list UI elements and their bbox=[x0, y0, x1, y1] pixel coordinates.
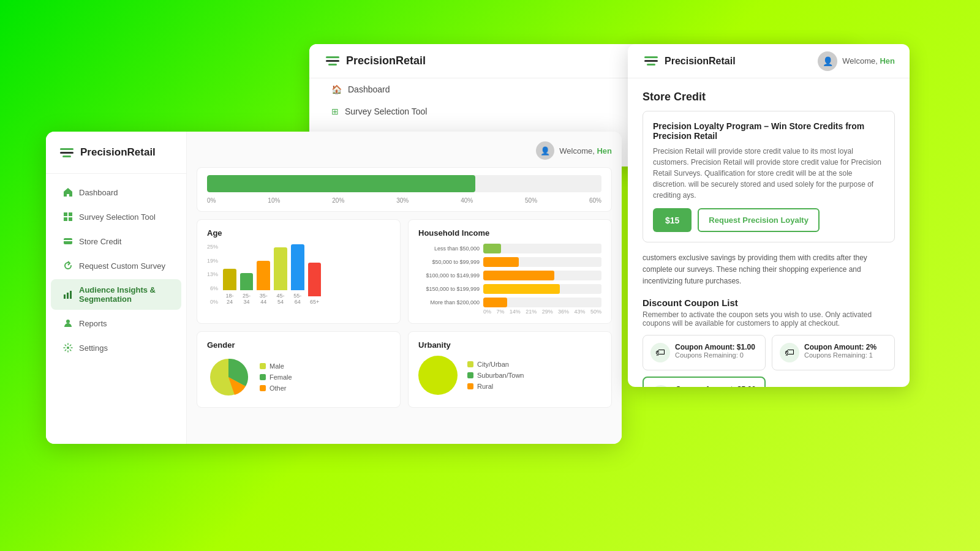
age-axis-0: 0% bbox=[210, 299, 218, 305]
loyalty-buttons: $15 Request Precision Loyalty bbox=[653, 208, 884, 232]
age-axis-labels: 25% 19% 13% 6% 0% bbox=[207, 244, 218, 305]
age-bar-65plus-label: 65+ bbox=[310, 299, 319, 305]
main-welcome-text: Welcome, Hen bbox=[559, 146, 612, 156]
credit-amount-button[interactable]: $15 bbox=[653, 208, 692, 232]
city-label: City/Urban bbox=[477, 361, 509, 368]
urbanity-chart-title: Urbanity bbox=[418, 340, 601, 350]
income-axis: 0% 7% 14% 21% 29% 36% 43% 50% bbox=[483, 309, 601, 315]
svg-rect-0 bbox=[64, 212, 67, 216]
age-bar-chart-wrapper: 25% 19% 13% 6% 0% 18-24 bbox=[207, 244, 390, 305]
rural-label: Rural bbox=[477, 383, 493, 390]
rp-logo-bar-2 bbox=[644, 60, 658, 62]
rp-logo-bar-3 bbox=[647, 64, 655, 66]
svg-rect-8 bbox=[70, 291, 72, 299]
income-axis-21: 21% bbox=[526, 309, 537, 315]
discount-coupon-sub: Remember to activate the coupon sets you… bbox=[643, 310, 895, 328]
user-icon bbox=[63, 318, 73, 328]
charts-area: 0% 10% 20% 30% 40% 50% 60% Age bbox=[197, 167, 612, 408]
logo-icon bbox=[324, 53, 341, 70]
welcome-bar-inner: 👤 Welcome, Hen bbox=[536, 141, 612, 160]
loyalty-card-title: Precision Loyalty Program – Win Store Cr… bbox=[653, 121, 884, 141]
welcome-bar: 👤 Welcome, Hen bbox=[197, 141, 612, 160]
request-loyalty-button[interactable]: Request Precision Loyalty bbox=[698, 208, 820, 232]
age-bar-25-34-fill bbox=[240, 273, 254, 290]
loyalty-description: customers exclusive savings by providing… bbox=[643, 252, 895, 288]
chart-row-2: Gender Male bbox=[197, 331, 612, 408]
gender-pie-svg bbox=[207, 356, 250, 399]
sidebar-item-settings[interactable]: Settings bbox=[51, 337, 181, 359]
gender-legend-male: Male bbox=[260, 362, 292, 370]
svg-rect-1 bbox=[69, 212, 72, 216]
age-chart-title: Age bbox=[207, 228, 390, 238]
hbar-label-30: 30% bbox=[396, 197, 409, 204]
grid-icon bbox=[63, 212, 73, 222]
age-bar-chart: 18-24 25-34 35-44 bbox=[221, 244, 323, 305]
main-window: PrecisionRetail Dashboard Survey Selecti… bbox=[46, 132, 622, 444]
income-track-5 bbox=[483, 298, 601, 307]
other-label: Other bbox=[270, 384, 287, 392]
coupon-card-2: 🏷 Coupon Amount: 2% Coupons Remaining: 1 bbox=[772, 335, 895, 370]
hbar-label-40: 40% bbox=[461, 197, 473, 204]
sidebar-item-audience[interactable]: Audience Insights & Segmentation bbox=[51, 279, 181, 310]
sidebar-item-dashboard[interactable]: Dashboard bbox=[51, 181, 181, 203]
logo-bar-3 bbox=[328, 64, 337, 66]
gender-chart-title: Gender bbox=[207, 340, 390, 350]
sidebar-item-store-credit[interactable]: Store Credit bbox=[51, 230, 181, 252]
coupon-grid: 🏷 Coupon Amount: $1.00 Coupons Remaining… bbox=[643, 335, 895, 387]
coupon-info-2: Coupon Amount: 2% Coupons Remaining: 1 bbox=[804, 343, 876, 359]
back-window-brand: PrecisionRetail bbox=[346, 54, 426, 67]
main-welcome-name: Hen bbox=[597, 146, 612, 156]
city-dot bbox=[467, 361, 473, 367]
hbar-labels: 0% 10% 20% 30% 40% 50% 60% bbox=[207, 197, 601, 204]
right-panel-logo: PrecisionRetail bbox=[643, 53, 736, 70]
age-bar-35-44: 35-44 bbox=[257, 261, 270, 305]
sidebar-logo-icon bbox=[58, 144, 75, 161]
coupon-card-3: 🏷 Coupon Amount: $5.00 Coupons Remaining… bbox=[643, 377, 766, 387]
sidebar-logo-bar-3 bbox=[62, 156, 71, 157]
right-panel-welcome-text: Welcome, Hen bbox=[842, 56, 895, 66]
hbar-label-10: 10% bbox=[268, 197, 280, 204]
income-row-4: $150,000 to $199,999 bbox=[418, 284, 601, 294]
age-bar-45-54-fill bbox=[274, 247, 287, 290]
coupon-icon-2: 🏷 bbox=[780, 343, 799, 362]
sidebar-item-reports[interactable]: Reports bbox=[51, 312, 181, 334]
gear-icon bbox=[63, 343, 73, 353]
income-axis-7: 7% bbox=[496, 309, 504, 315]
coupon-remaining-1: Coupons Remaining: 0 bbox=[675, 351, 755, 359]
gender-chart-card: Gender Male bbox=[197, 331, 401, 408]
urbanity-chart-card: Urbanity City/Urban Suburban/Town bbox=[408, 331, 612, 408]
hbar-label-50: 50% bbox=[525, 197, 537, 204]
right-panel-body: Store Credit Precision Loyalty Program –… bbox=[628, 78, 910, 387]
age-chart-card: Age 25% 19% 13% 6% 0% 18-24 bbox=[197, 219, 401, 324]
coupon-info-1: Coupon Amount: $1.00 Coupons Remaining: … bbox=[675, 343, 755, 359]
coupon-card-1: 🏷 Coupon Amount: $1.00 Coupons Remaining… bbox=[643, 335, 766, 370]
income-track-1 bbox=[483, 244, 601, 253]
main-content: 👤 Welcome, Hen 0% 10% 20% 30% 40% bbox=[187, 132, 622, 444]
income-fill-1 bbox=[483, 244, 501, 253]
urbanity-legend-suburban: Suburban/Town bbox=[467, 372, 524, 379]
right-panel-avatar: 👤 bbox=[818, 51, 837, 71]
loyalty-card-text: Precision Retail will provide store cred… bbox=[653, 146, 884, 201]
age-bar-65plus: 65+ bbox=[308, 263, 322, 305]
top-bar-chart-card: 0% 10% 20% 30% 40% 50% 60% bbox=[197, 167, 612, 212]
urbanity-wrapper: City/Urban Suburban/Town Rural bbox=[418, 356, 601, 395]
sidebar-item-custom-survey[interactable]: Request Custom Survey bbox=[51, 255, 181, 277]
age-axis-25: 25% bbox=[207, 244, 218, 250]
logo-bar-1 bbox=[326, 56, 339, 58]
income-fill-3 bbox=[483, 271, 554, 280]
gender-pie-wrapper: Male Female Other bbox=[207, 356, 390, 399]
sidebar-label-reports: Reports bbox=[79, 319, 107, 328]
income-axis-29: 29% bbox=[542, 309, 553, 315]
svg-rect-6 bbox=[64, 294, 66, 299]
svg-rect-2 bbox=[64, 217, 67, 221]
age-bar-35-44-label: 35-44 bbox=[257, 293, 270, 305]
male-dot bbox=[260, 363, 266, 369]
hbar-label-20: 20% bbox=[332, 197, 344, 204]
right-panel: PrecisionRetail 👤 Welcome, Hen Store Cre… bbox=[628, 44, 910, 387]
sidebar-label-custom-survey: Request Custom Survey bbox=[79, 261, 165, 271]
age-bar-45-54-label: 45-54 bbox=[274, 293, 287, 305]
sidebar-item-survey[interactable]: Survey Selection Tool bbox=[51, 206, 181, 228]
age-bar-35-44-fill bbox=[257, 261, 270, 290]
age-bar-18-24-label: 18-24 bbox=[223, 293, 236, 305]
discount-coupon-title: Discount Coupon List bbox=[643, 298, 895, 308]
